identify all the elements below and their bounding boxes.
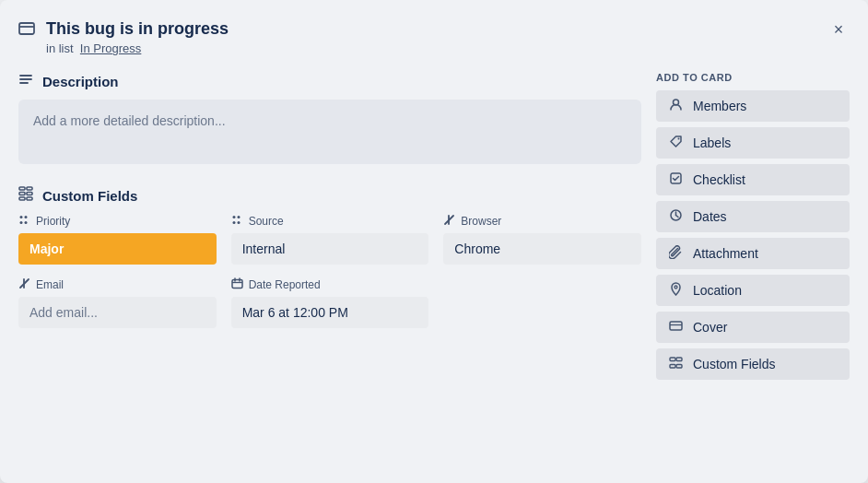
svg-rect-9 xyxy=(19,197,25,200)
field-email: Email Add email... xyxy=(18,277,217,328)
main-content: Description Add a more detailed descript… xyxy=(18,72,641,465)
description-input[interactable]: Add a more detailed description... xyxy=(18,100,641,164)
cover-label: Cover xyxy=(693,320,727,335)
svg-point-11 xyxy=(20,216,23,218)
title-area: This bug is in progress in list In Progr… xyxy=(46,18,229,55)
checklist-label: Checklist xyxy=(693,172,745,187)
svg-point-14 xyxy=(25,221,28,224)
field-source: Source Internal xyxy=(231,214,429,265)
location-icon xyxy=(667,282,684,299)
card-title: This bug is in progress xyxy=(46,18,229,40)
custom-fields-title: Custom Fields xyxy=(42,188,137,204)
labels-label: Labels xyxy=(693,135,731,150)
custom-fields-button[interactable]: Custom Fields xyxy=(656,348,850,380)
browser-icon xyxy=(443,214,455,229)
description-placeholder: Add a more detailed description... xyxy=(33,113,226,128)
svg-point-17 xyxy=(232,221,235,224)
field-source-label: Source xyxy=(231,214,429,229)
checklist-button[interactable]: Checklist xyxy=(656,164,850,195)
dates-button[interactable]: Dates xyxy=(656,201,850,232)
field-email-value[interactable]: Add email... xyxy=(18,297,217,328)
svg-rect-10 xyxy=(27,197,32,200)
priority-icon xyxy=(18,214,30,229)
field-priority-value[interactable]: Major xyxy=(18,233,217,265)
labels-icon xyxy=(667,135,684,151)
list-link[interactable]: In Progress xyxy=(80,41,141,55)
location-button[interactable]: Location xyxy=(656,275,850,306)
svg-rect-5 xyxy=(19,187,25,190)
card-icon xyxy=(18,20,35,41)
field-date-reported: Date Reported Mar 6 at 12:00 PM xyxy=(231,277,429,328)
fields-grid: Priority Major xyxy=(18,214,641,328)
field-browser-label: Browser xyxy=(443,214,641,229)
attachment-icon xyxy=(667,245,684,262)
field-browser: Browser Chrome xyxy=(443,214,641,265)
svg-point-13 xyxy=(20,221,23,224)
svg-rect-36 xyxy=(670,358,675,361)
svg-point-28 xyxy=(677,138,679,140)
svg-rect-39 xyxy=(676,365,682,369)
field-date-label: Date Reported xyxy=(231,277,429,292)
subtitle-prefix: in list xyxy=(46,41,74,55)
svg-rect-23 xyxy=(232,280,242,289)
close-button[interactable]: × xyxy=(824,15,853,44)
field-date-value[interactable]: Mar 6 at 12:00 PM xyxy=(231,297,429,328)
svg-rect-8 xyxy=(27,193,32,195)
add-to-card-label: Add to card xyxy=(656,72,850,83)
checklist-icon xyxy=(667,171,684,188)
svg-point-18 xyxy=(237,221,240,224)
svg-rect-7 xyxy=(19,193,25,195)
attachment-label: Attachment xyxy=(693,246,758,261)
cover-button[interactable]: Cover xyxy=(656,312,850,343)
modal-header: This bug is in progress in list In Progr… xyxy=(18,18,850,55)
card-subtitle: in list In Progress xyxy=(46,41,229,55)
labels-button[interactable]: Labels xyxy=(656,127,850,159)
field-priority-label: Priority xyxy=(18,214,217,229)
field-email-label: Email xyxy=(18,277,217,292)
custom-fields-header: Custom Fields xyxy=(18,186,641,205)
dates-label: Dates xyxy=(693,209,727,224)
field-priority: Priority Major xyxy=(18,214,217,265)
svg-rect-0 xyxy=(19,23,34,34)
svg-point-12 xyxy=(25,216,28,218)
description-title: Description xyxy=(42,74,119,89)
source-icon xyxy=(231,214,243,229)
field-browser-value[interactable]: Chrome xyxy=(443,233,641,265)
members-label: Members xyxy=(693,99,746,113)
svg-point-16 xyxy=(237,216,240,218)
modal-body: Description Add a more detailed descript… xyxy=(18,72,850,465)
svg-line-32 xyxy=(675,216,678,218)
svg-rect-37 xyxy=(676,358,682,361)
email-icon xyxy=(18,277,30,292)
description-header: Description xyxy=(18,72,641,90)
description-section: Description Add a more detailed descript… xyxy=(18,72,641,164)
attachment-button[interactable]: Attachment xyxy=(656,238,850,269)
members-icon xyxy=(667,98,684,114)
svg-point-15 xyxy=(232,216,235,218)
svg-rect-34 xyxy=(670,322,682,330)
location-label: Location xyxy=(693,283,742,298)
custom-fields-btn-icon xyxy=(667,356,684,372)
field-source-value[interactable]: Internal xyxy=(231,233,429,265)
custom-fields-btn-label: Custom Fields xyxy=(693,357,775,371)
svg-rect-6 xyxy=(27,187,32,190)
sidebar: Add to card Members Labels xyxy=(656,72,850,465)
custom-fields-section: Custom Fields xyxy=(18,186,641,328)
dates-icon xyxy=(667,208,684,225)
members-button[interactable]: Members xyxy=(656,90,850,122)
date-icon xyxy=(231,277,243,292)
svg-rect-38 xyxy=(670,365,675,369)
cover-icon xyxy=(667,319,684,336)
custom-fields-icon xyxy=(18,186,33,205)
description-icon xyxy=(18,72,33,90)
svg-point-33 xyxy=(674,286,677,289)
modal-container: × This bug is in progress in list In Pro… xyxy=(0,0,868,483)
